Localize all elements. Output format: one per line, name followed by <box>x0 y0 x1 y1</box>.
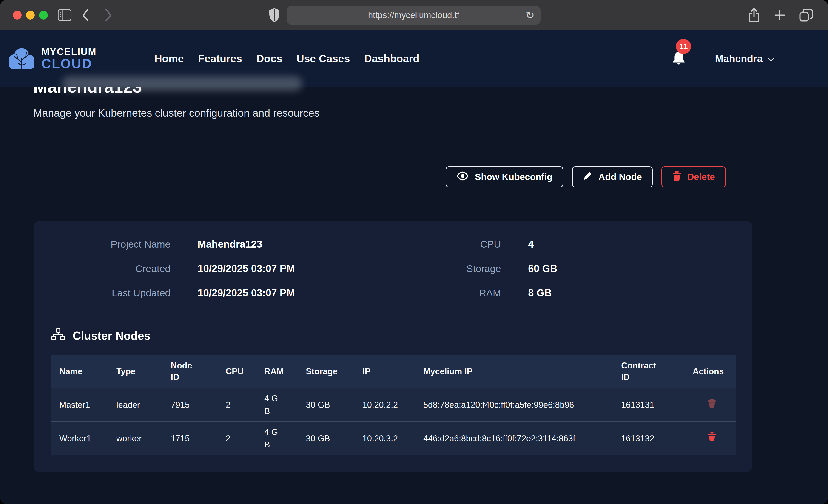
notifications-button[interactable]: 11 <box>672 51 686 67</box>
cell-ram: 4 GB <box>256 422 298 455</box>
nav-item-dashboard[interactable]: Dashboard <box>364 52 419 65</box>
table-row-worker1: Worker1 worker 1715 2 4 GB 30 GB 10.20.3… <box>51 422 736 455</box>
bell-icon <box>672 62 686 66</box>
col-type: Type <box>108 355 162 388</box>
brand-wordmark: MYCELIUM CLOUD <box>41 47 96 70</box>
nodes-table: Name Type Node ID CPU RAM Storage IP Myc… <box>51 355 736 455</box>
chrome-right-buttons <box>748 8 813 23</box>
site-header: MYCELIUM CLOUD Home Features Docs Use Ca… <box>0 30 828 87</box>
col-ip: IP <box>354 355 415 388</box>
nav-item-features[interactable]: Features <box>198 52 242 65</box>
browser-window: https://myceliumcloud.tf ↻ <box>0 0 828 504</box>
cell-node-id: 7915 <box>162 388 217 422</box>
zoom-window-button[interactable] <box>39 11 48 19</box>
share-icon[interactable] <box>748 8 760 23</box>
info-label-project-name: Project Name <box>51 239 170 250</box>
col-cpu: CPU <box>217 355 256 388</box>
cell-name: Worker1 <box>51 422 108 455</box>
col-mycelium-ip: Mycelium IP <box>415 355 613 388</box>
info-value-ram: 8 GB <box>528 287 735 299</box>
delete-cluster-button[interactable]: Delete <box>661 166 726 187</box>
cluster-nodes-title: Cluster Nodes <box>73 329 151 342</box>
trash-icon <box>708 439 716 442</box>
cell-storage: 30 GB <box>298 388 354 422</box>
add-node-button[interactable]: Add Node <box>572 166 653 187</box>
user-name: Mahendra <box>715 53 763 64</box>
add-node-label: Add Node <box>598 172 642 182</box>
address-bar[interactable]: https://myceliumcloud.tf ↻ <box>287 5 540 25</box>
trash-icon <box>672 171 681 183</box>
col-name: Name <box>51 355 108 388</box>
cell-cpu: 2 <box>217 388 256 422</box>
delete-node-button[interactable] <box>708 432 716 442</box>
table-row-master1: Master1 leader 7915 2 4 GB 30 GB 10.20.2… <box>51 388 736 422</box>
info-value-created: 10/29/2025 03:07 PM <box>198 263 400 274</box>
forward-button-icon[interactable] <box>104 8 113 23</box>
col-node-id: Node ID <box>162 355 217 388</box>
chevron-down-icon <box>767 53 775 64</box>
col-ram: RAM <box>256 355 298 388</box>
cell-name: Master1 <box>51 388 108 422</box>
cell-actions <box>685 422 736 455</box>
main-nav: Home Features Docs Use Cases Dashboard <box>155 52 419 65</box>
brand-logo[interactable]: MYCELIUM CLOUD <box>7 45 96 72</box>
info-value-last-updated: 10/29/2025 03:07 PM <box>198 287 400 299</box>
col-storage: Storage <box>298 355 354 388</box>
mycelium-cloud-logo-icon <box>7 45 36 72</box>
brand-line1: MYCELIUM <box>41 47 96 56</box>
nav-item-home[interactable]: Home <box>155 52 184 65</box>
browser-chrome: https://myceliumcloud.tf ↻ <box>0 0 828 30</box>
privacy-shield-icon[interactable] <box>268 8 280 23</box>
info-label-storage: Storage <box>427 263 501 274</box>
info-label-ram: RAM <box>427 287 501 299</box>
main-content: Mahendra123 Manage your Kubernetes clust… <box>0 78 828 472</box>
cluster-nodes-heading: Cluster Nodes <box>51 328 735 344</box>
brand-line2: CLOUD <box>41 57 96 70</box>
cell-contract-id: 1613131 <box>613 388 685 422</box>
info-value-storage: 60 GB <box>528 263 735 274</box>
cell-storage: 30 GB <box>298 422 354 455</box>
sidebar-toggle-icon[interactable] <box>57 9 72 22</box>
cluster-nodes-icon <box>51 328 65 344</box>
cell-cpu: 2 <box>217 422 256 455</box>
notification-badge: 11 <box>676 39 691 54</box>
traffic-lights <box>13 11 48 19</box>
cell-ip: 10.20.3.2 <box>354 422 415 455</box>
trash-icon <box>708 405 716 409</box>
user-menu[interactable]: Mahendra <box>715 53 775 64</box>
nav-item-use-cases[interactable]: Use Cases <box>296 52 350 65</box>
nav-item-docs[interactable]: Docs <box>256 52 282 65</box>
tab-overview-icon[interactable] <box>799 8 813 22</box>
cell-type: worker <box>108 422 162 455</box>
page-subtitle: Manage your Kubernetes cluster configura… <box>33 107 828 119</box>
minimize-window-button[interactable] <box>26 11 35 19</box>
header-right: 11 Mahendra <box>672 51 775 67</box>
cell-mycelium-ip: 446:d2a6:8bcd:8c16:ff0f:72e2:3114:863f <box>415 422 613 455</box>
close-window-button[interactable] <box>13 11 22 19</box>
show-kubeconfig-label: Show Kubeconfig <box>475 172 552 182</box>
info-label-created: Created <box>51 263 170 274</box>
delete-label: Delete <box>687 172 715 182</box>
delete-node-button[interactable] <box>708 398 716 408</box>
info-label-last-updated: Last Updated <box>51 287 170 299</box>
cell-actions <box>685 388 736 422</box>
url-text: https://myceliumcloud.tf <box>368 10 459 20</box>
back-button-icon[interactable] <box>81 8 90 23</box>
eye-icon <box>456 171 469 183</box>
reload-icon[interactable]: ↻ <box>526 10 535 20</box>
cluster-actions-toolbar: Show Kubeconfig Add Node <box>33 166 726 187</box>
col-actions: Actions <box>685 355 736 388</box>
cell-ram: 4 GB <box>256 388 298 422</box>
cell-type: leader <box>108 388 162 422</box>
show-kubeconfig-button[interactable]: Show Kubeconfig <box>446 166 563 187</box>
cluster-info-grid: Project Name Mahendra123 CPU 4 Created 1… <box>51 239 735 299</box>
info-value-project-name: Mahendra123 <box>198 239 400 250</box>
cell-node-id: 1715 <box>162 422 217 455</box>
page: MYCELIUM CLOUD Home Features Docs Use Ca… <box>0 30 828 504</box>
col-contract-id: Contract ID <box>613 355 685 388</box>
pencil-icon <box>583 171 592 183</box>
new-tab-icon[interactable] <box>774 9 786 21</box>
cell-ip: 10.20.2.2 <box>354 388 415 422</box>
nodes-table-wrap: Name Type Node ID CPU RAM Storage IP Myc… <box>51 355 735 455</box>
table-header-row: Name Type Node ID CPU RAM Storage IP Myc… <box>51 355 736 388</box>
